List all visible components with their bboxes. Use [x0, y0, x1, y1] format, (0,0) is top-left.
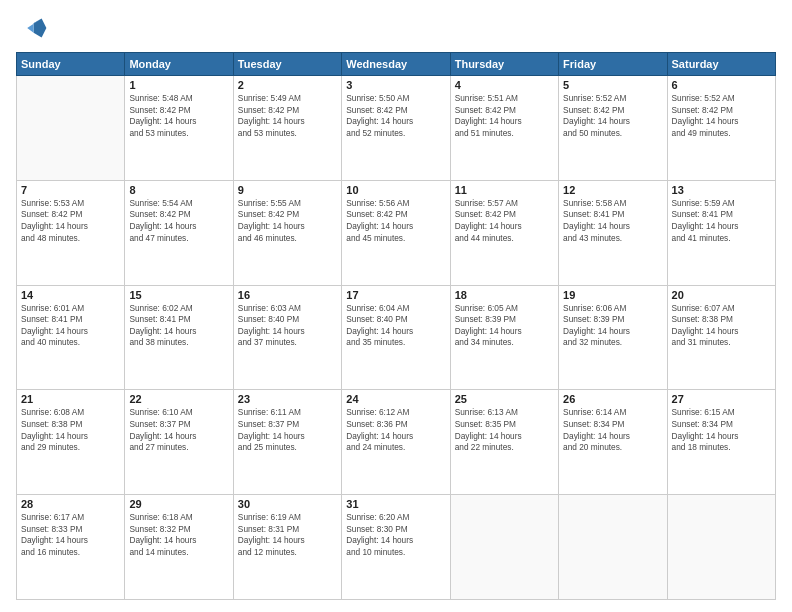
- calendar-cell: 3Sunrise: 5:50 AM Sunset: 8:42 PM Daylig…: [342, 76, 450, 181]
- svg-marker-0: [34, 18, 47, 37]
- calendar-week-3: 21Sunrise: 6:08 AM Sunset: 8:38 PM Dayli…: [17, 390, 776, 495]
- day-number: 26: [563, 393, 662, 405]
- calendar-week-1: 7Sunrise: 5:53 AM Sunset: 8:42 PM Daylig…: [17, 180, 776, 285]
- calendar-cell: 20Sunrise: 6:07 AM Sunset: 8:38 PM Dayli…: [667, 285, 775, 390]
- day-info: Sunrise: 6:12 AM Sunset: 8:36 PM Dayligh…: [346, 407, 445, 453]
- weekday-header-saturday: Saturday: [667, 53, 775, 76]
- page: SundayMondayTuesdayWednesdayThursdayFrid…: [0, 0, 792, 612]
- calendar-cell: [559, 495, 667, 600]
- calendar-cell: 19Sunrise: 6:06 AM Sunset: 8:39 PM Dayli…: [559, 285, 667, 390]
- weekday-header-monday: Monday: [125, 53, 233, 76]
- calendar-cell: 10Sunrise: 5:56 AM Sunset: 8:42 PM Dayli…: [342, 180, 450, 285]
- weekday-header-wednesday: Wednesday: [342, 53, 450, 76]
- day-number: 24: [346, 393, 445, 405]
- calendar-cell: 26Sunrise: 6:14 AM Sunset: 8:34 PM Dayli…: [559, 390, 667, 495]
- day-number: 18: [455, 289, 554, 301]
- calendar-cell: 16Sunrise: 6:03 AM Sunset: 8:40 PM Dayli…: [233, 285, 341, 390]
- day-info: Sunrise: 6:19 AM Sunset: 8:31 PM Dayligh…: [238, 512, 337, 558]
- day-number: 15: [129, 289, 228, 301]
- calendar-cell: 24Sunrise: 6:12 AM Sunset: 8:36 PM Dayli…: [342, 390, 450, 495]
- day-info: Sunrise: 6:03 AM Sunset: 8:40 PM Dayligh…: [238, 303, 337, 349]
- day-number: 21: [21, 393, 120, 405]
- day-info: Sunrise: 5:54 AM Sunset: 8:42 PM Dayligh…: [129, 198, 228, 244]
- calendar-cell: 18Sunrise: 6:05 AM Sunset: 8:39 PM Dayli…: [450, 285, 558, 390]
- calendar-cell: 7Sunrise: 5:53 AM Sunset: 8:42 PM Daylig…: [17, 180, 125, 285]
- day-number: 3: [346, 79, 445, 91]
- weekday-header-friday: Friday: [559, 53, 667, 76]
- day-number: 8: [129, 184, 228, 196]
- day-info: Sunrise: 6:13 AM Sunset: 8:35 PM Dayligh…: [455, 407, 554, 453]
- day-info: Sunrise: 5:51 AM Sunset: 8:42 PM Dayligh…: [455, 93, 554, 139]
- day-info: Sunrise: 5:58 AM Sunset: 8:41 PM Dayligh…: [563, 198, 662, 244]
- day-number: 31: [346, 498, 445, 510]
- calendar-cell: [17, 76, 125, 181]
- day-info: Sunrise: 6:11 AM Sunset: 8:37 PM Dayligh…: [238, 407, 337, 453]
- day-number: 12: [563, 184, 662, 196]
- calendar-cell: 22Sunrise: 6:10 AM Sunset: 8:37 PM Dayli…: [125, 390, 233, 495]
- day-info: Sunrise: 5:56 AM Sunset: 8:42 PM Dayligh…: [346, 198, 445, 244]
- day-info: Sunrise: 6:20 AM Sunset: 8:30 PM Dayligh…: [346, 512, 445, 558]
- day-info: Sunrise: 5:53 AM Sunset: 8:42 PM Dayligh…: [21, 198, 120, 244]
- day-number: 29: [129, 498, 228, 510]
- calendar-cell: 9Sunrise: 5:55 AM Sunset: 8:42 PM Daylig…: [233, 180, 341, 285]
- calendar-header-row: SundayMondayTuesdayWednesdayThursdayFrid…: [17, 53, 776, 76]
- calendar-cell: 11Sunrise: 5:57 AM Sunset: 8:42 PM Dayli…: [450, 180, 558, 285]
- calendar-cell: 13Sunrise: 5:59 AM Sunset: 8:41 PM Dayli…: [667, 180, 775, 285]
- calendar-cell: 12Sunrise: 5:58 AM Sunset: 8:41 PM Dayli…: [559, 180, 667, 285]
- day-info: Sunrise: 5:52 AM Sunset: 8:42 PM Dayligh…: [563, 93, 662, 139]
- calendar-cell: [450, 495, 558, 600]
- day-number: 1: [129, 79, 228, 91]
- calendar-cell: 31Sunrise: 6:20 AM Sunset: 8:30 PM Dayli…: [342, 495, 450, 600]
- day-info: Sunrise: 5:57 AM Sunset: 8:42 PM Dayligh…: [455, 198, 554, 244]
- day-number: 10: [346, 184, 445, 196]
- day-info: Sunrise: 5:55 AM Sunset: 8:42 PM Dayligh…: [238, 198, 337, 244]
- calendar-table: SundayMondayTuesdayWednesdayThursdayFrid…: [16, 52, 776, 600]
- calendar-week-4: 28Sunrise: 6:17 AM Sunset: 8:33 PM Dayli…: [17, 495, 776, 600]
- day-info: Sunrise: 5:59 AM Sunset: 8:41 PM Dayligh…: [672, 198, 771, 244]
- header: [16, 12, 776, 44]
- day-info: Sunrise: 6:07 AM Sunset: 8:38 PM Dayligh…: [672, 303, 771, 349]
- calendar-cell: 23Sunrise: 6:11 AM Sunset: 8:37 PM Dayli…: [233, 390, 341, 495]
- day-number: 14: [21, 289, 120, 301]
- day-info: Sunrise: 6:15 AM Sunset: 8:34 PM Dayligh…: [672, 407, 771, 453]
- calendar-cell: 6Sunrise: 5:52 AM Sunset: 8:42 PM Daylig…: [667, 76, 775, 181]
- day-info: Sunrise: 6:04 AM Sunset: 8:40 PM Dayligh…: [346, 303, 445, 349]
- day-number: 13: [672, 184, 771, 196]
- calendar-body: 1Sunrise: 5:48 AM Sunset: 8:42 PM Daylig…: [17, 76, 776, 600]
- calendar-cell: 30Sunrise: 6:19 AM Sunset: 8:31 PM Dayli…: [233, 495, 341, 600]
- day-info: Sunrise: 5:52 AM Sunset: 8:42 PM Dayligh…: [672, 93, 771, 139]
- day-info: Sunrise: 6:01 AM Sunset: 8:41 PM Dayligh…: [21, 303, 120, 349]
- calendar-cell: 5Sunrise: 5:52 AM Sunset: 8:42 PM Daylig…: [559, 76, 667, 181]
- weekday-header-sunday: Sunday: [17, 53, 125, 76]
- calendar-cell: 25Sunrise: 6:13 AM Sunset: 8:35 PM Dayli…: [450, 390, 558, 495]
- day-number: 28: [21, 498, 120, 510]
- calendar-cell: 8Sunrise: 5:54 AM Sunset: 8:42 PM Daylig…: [125, 180, 233, 285]
- logo-icon: [16, 12, 48, 44]
- calendar-cell: 14Sunrise: 6:01 AM Sunset: 8:41 PM Dayli…: [17, 285, 125, 390]
- day-info: Sunrise: 6:05 AM Sunset: 8:39 PM Dayligh…: [455, 303, 554, 349]
- logo: [16, 12, 52, 44]
- day-number: 23: [238, 393, 337, 405]
- calendar-week-0: 1Sunrise: 5:48 AM Sunset: 8:42 PM Daylig…: [17, 76, 776, 181]
- day-info: Sunrise: 6:08 AM Sunset: 8:38 PM Dayligh…: [21, 407, 120, 453]
- day-info: Sunrise: 6:14 AM Sunset: 8:34 PM Dayligh…: [563, 407, 662, 453]
- day-number: 20: [672, 289, 771, 301]
- day-number: 4: [455, 79, 554, 91]
- day-number: 16: [238, 289, 337, 301]
- calendar-cell: 1Sunrise: 5:48 AM Sunset: 8:42 PM Daylig…: [125, 76, 233, 181]
- calendar-cell: 2Sunrise: 5:49 AM Sunset: 8:42 PM Daylig…: [233, 76, 341, 181]
- weekday-header-thursday: Thursday: [450, 53, 558, 76]
- calendar-week-2: 14Sunrise: 6:01 AM Sunset: 8:41 PM Dayli…: [17, 285, 776, 390]
- day-number: 7: [21, 184, 120, 196]
- calendar-cell: 28Sunrise: 6:17 AM Sunset: 8:33 PM Dayli…: [17, 495, 125, 600]
- day-info: Sunrise: 6:10 AM Sunset: 8:37 PM Dayligh…: [129, 407, 228, 453]
- day-number: 6: [672, 79, 771, 91]
- calendar-cell: 29Sunrise: 6:18 AM Sunset: 8:32 PM Dayli…: [125, 495, 233, 600]
- day-number: 22: [129, 393, 228, 405]
- day-number: 2: [238, 79, 337, 91]
- day-info: Sunrise: 5:49 AM Sunset: 8:42 PM Dayligh…: [238, 93, 337, 139]
- day-number: 11: [455, 184, 554, 196]
- day-info: Sunrise: 6:06 AM Sunset: 8:39 PM Dayligh…: [563, 303, 662, 349]
- day-info: Sunrise: 5:48 AM Sunset: 8:42 PM Dayligh…: [129, 93, 228, 139]
- weekday-header-tuesday: Tuesday: [233, 53, 341, 76]
